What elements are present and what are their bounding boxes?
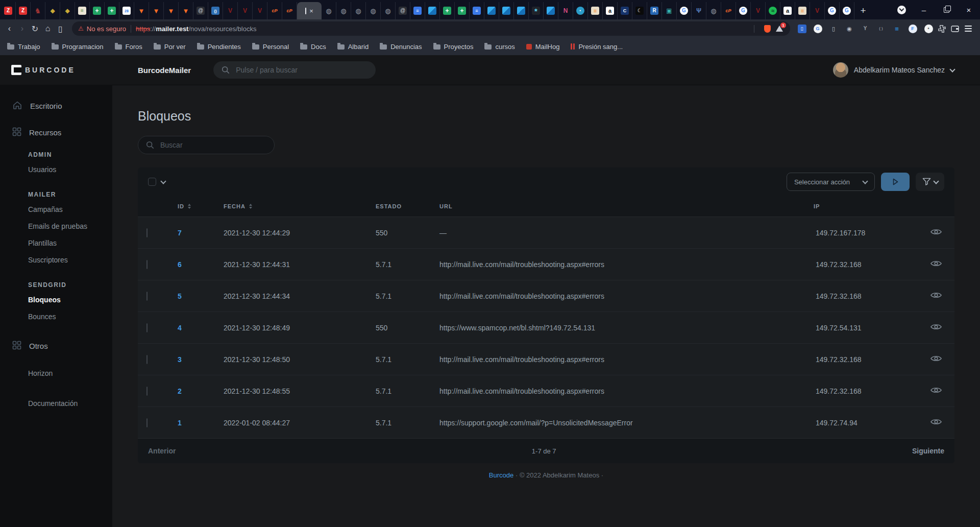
run-action-button[interactable] [881,173,910,191]
active-tab[interactable]: × [297,2,322,19]
bookmark-personal[interactable]: Personal [252,43,289,51]
bookmark-mailhog[interactable]: MailHog [526,43,560,51]
row-checkbox[interactable] [146,355,148,364]
row-checkbox[interactable] [146,387,148,396]
row-checkbox[interactable] [146,292,148,301]
animal-tab[interactable]: ♞ [31,2,45,19]
sidebar-logo[interactable]: BURCODE [0,55,112,85]
translate-extension-icon[interactable]: G [811,22,824,35]
amazon-tab[interactable]: a [780,2,795,19]
globe-tab[interactable]: ◍ [381,2,396,19]
nd-tab[interactable]: N [558,2,573,19]
select-all-checkbox[interactable] [148,178,156,186]
home-button[interactable]: ⌂ [41,22,54,35]
gitlab-tab[interactable]: ▼ [134,2,149,19]
close-window-button[interactable]: × [958,0,980,19]
sidebar-item-horizon[interactable]: Horizon [28,365,112,381]
view-eye-icon[interactable] [930,291,942,301]
global-search-input[interactable] [235,65,368,75]
react-tab[interactable]: * [529,2,544,19]
resource-search[interactable] [138,136,275,154]
msblue-tab[interactable] [484,2,499,19]
gdocs-tab[interactable]: ≡ [410,2,425,19]
bookmark-proyectos[interactable]: Proyectos [433,43,474,51]
bulb-extension-icon[interactable]: • [922,22,935,35]
cpanel-tab[interactable]: cP [267,2,282,19]
brave-shield-icon[interactable] [764,25,771,33]
laravel-tab[interactable]: V [223,2,238,19]
view-eye-icon[interactable] [930,418,942,427]
sidebar-item-recursos[interactable]: Recursos [0,125,112,140]
row-id-link[interactable]: 4 [178,324,182,332]
sheets-tab[interactable]: + [455,2,470,19]
spiral-tab[interactable]: @ [396,2,410,19]
row-id-link[interactable]: 3 [178,355,182,364]
globe-tab[interactable]: ◍ [336,2,351,19]
app-title-link[interactable]: BurcodeMailer [138,66,191,75]
footer-brand-link[interactable]: Burcode [489,471,513,479]
phone-extension-icon[interactable]: ▯ [827,22,840,35]
rewards-triangle-icon[interactable]: 1 [776,26,783,32]
bookmark-docs[interactable]: Docs [300,43,326,51]
row-id-link[interactable]: 7 [178,229,182,237]
google-tab[interactable]: G [840,2,854,19]
sidebar-item-documentaci-n[interactable]: Documentación [28,395,112,412]
amazon-tab[interactable]: a [603,2,618,19]
column-header-id[interactable]: ID [166,203,212,209]
bookmark-foros[interactable]: Foros [115,43,142,51]
sheets-tab[interactable]: + [440,2,455,19]
resource-search-input[interactable] [159,140,266,150]
laravel-tab[interactable]: V [253,2,267,19]
zerodha-tab[interactable]: Z [1,2,16,19]
zerodha-tab[interactable]: Z [16,2,31,19]
bookmark-por-ver[interactable]: Por ver [154,43,186,51]
bluecircle-tab[interactable]: ▪ [573,2,588,19]
gitlab-tab[interactable]: ▼ [179,2,193,19]
globe-tab[interactable]: ◍ [322,2,336,19]
row-id-link[interactable]: 6 [178,260,182,269]
bookmark-denuncias[interactable]: Denuncias [380,43,422,51]
row-id-link[interactable]: 5 [178,292,182,300]
diamond-tab[interactable]: ◆ [45,2,60,19]
laravel-tab[interactable]: V [810,2,825,19]
laravel-tab[interactable]: V [751,2,766,19]
prev-page-button[interactable]: Anterior [148,447,176,455]
sheets-tab[interactable]: + [105,2,119,19]
sidebar-item-escritorio[interactable]: Escritorio [0,98,112,113]
gdocs-tab[interactable]: ≡ [470,2,484,19]
rstudio-tab[interactable]: R [647,2,662,19]
view-eye-icon[interactable] [930,259,942,269]
sort-icon[interactable] [188,204,191,209]
sidebar-item-emails-de-pruebas[interactable]: Emails de pruebas [28,218,112,234]
new-tab-button[interactable]: + [854,2,872,19]
gitlab-tab[interactable]: ▼ [164,2,179,19]
notes-tab[interactable]: ≡ [75,2,90,19]
calendar-tab[interactable]: 28 [119,2,134,19]
action-select[interactable]: Seleccionar acción [787,173,875,191]
google-tab[interactable]: G [677,2,692,19]
carrefour-tab[interactable]: C [618,2,632,19]
cpanel-tab[interactable]: cP [282,2,297,19]
row-id-link[interactable]: 1 [178,419,182,427]
row-checkbox[interactable] [146,260,148,269]
brackets-extension-icon[interactable]: ( ) [874,22,888,35]
stackoverflow-tab[interactable]: ≡ [795,2,810,19]
stackoverflow-tab[interactable]: ≡ [588,2,603,19]
filter-button[interactable] [916,173,944,191]
sidebar-item-plantillas[interactable]: Plantillas [28,234,112,251]
chat-tab[interactable]: ▣ [662,2,677,19]
camera-extension-icon[interactable]: ◉ [843,22,856,35]
letter-y-extension-icon[interactable]: Y [859,22,872,35]
sliders-extension-icon[interactable]: ≡ [890,22,903,35]
reload-button[interactable]: ↻ [29,22,41,35]
next-page-button[interactable]: Siguiente [912,447,944,455]
forward-button[interactable]: › [16,22,29,35]
maximize-button[interactable] [935,0,958,19]
view-eye-icon[interactable] [930,228,942,237]
bookmark-cursos[interactable]: cursos [484,43,514,51]
tab-search-button[interactable] [890,0,913,19]
spotify-tab[interactable]: ≈ [766,2,780,19]
user-menu[interactable]: Abdelkarim Mateos Sanchez [833,62,954,78]
octopus-tab[interactable]: Ψ [692,2,706,19]
close-tab-icon[interactable]: × [309,8,313,14]
